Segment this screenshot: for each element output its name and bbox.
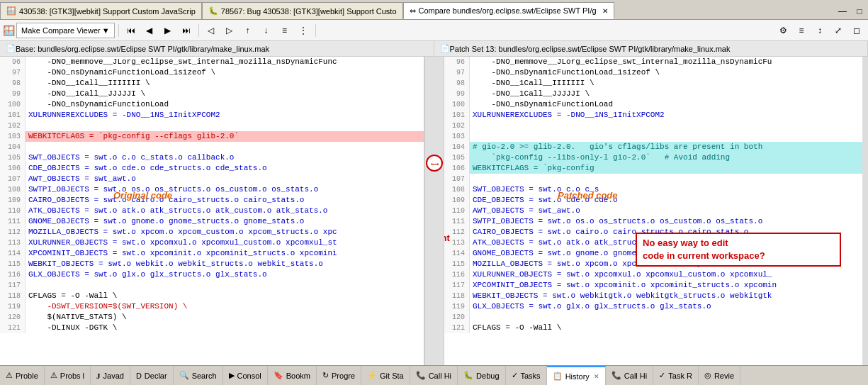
debug-icon: 🐛 (463, 371, 473, 380)
maximize-button[interactable]: □ (851, 4, 868, 19)
console-label: Consol (237, 372, 261, 380)
action-btn-6[interactable]: ⋮ (295, 23, 312, 38)
fullscreen-btn[interactable]: ⤢ (830, 23, 847, 38)
action-btn-1[interactable]: ◁ (203, 23, 220, 38)
table-row: 115MOZILLA_OBJECTS = swt.o xpcom.o xpcom… (444, 259, 868, 269)
left-code-view[interactable]: 96 -DNO_memmove__JLorg_eclipse_swt_inter… (0, 57, 424, 365)
bottom-tab-bar: ⚠ Proble ⚠ Probs l J Javad D Declar 🔍 Se… (0, 365, 868, 385)
bottom-tab-problems[interactable]: ⚠ Proble (0, 366, 45, 385)
table-row: 106WEBKITCFLAGS = `pkg-config (444, 163, 868, 174)
bookmarks-label: Bookm (286, 372, 310, 380)
bottom-tab-problems2[interactable]: ⚠ Probs l (45, 366, 91, 385)
bottom-tab-bookmarks[interactable]: 🔖 Bookm (268, 366, 317, 385)
tab-2[interactable]: 🐛 78567: Bug 430538: [GTK3][webkit] Supp… (202, 2, 403, 19)
debug-label: Debug (476, 372, 499, 380)
problems-icon: ⚠ (6, 371, 13, 380)
bottom-tab-tasks[interactable]: ✓ Tasks (506, 366, 547, 385)
table-row: 108SWTPI_OBJECTS = swt.o os.o os_structs… (0, 184, 424, 195)
table-row: 110ATK_OBJECTS = swt.o atk.o atk_structs… (0, 206, 424, 216)
nav-last-button[interactable]: ⏭ (178, 23, 195, 38)
table-row: 119 -DSWT_VERSION=$(SWT_VERSION) \ (0, 301, 424, 312)
gutter-marker: ⟷ (424, 142, 444, 184)
bottom-tab-javadoc[interactable]: J Javad (91, 366, 130, 385)
bottom-tab-task-repository[interactable]: ✓ Task R (653, 366, 699, 385)
history-icon: 📋 (553, 372, 563, 381)
tab3-close-icon[interactable]: ✕ (602, 7, 608, 15)
viewer-selector[interactable]: Make Compare Viewer ▼ (16, 23, 115, 38)
minimize-button[interactable]: — (834, 4, 851, 19)
bottom-tab-review[interactable]: ◎ Revie (699, 366, 740, 385)
bottom-tab-git-staging[interactable]: ⚡ Git Sta (361, 366, 410, 385)
table-row: 99 -DNO__1Call__JJJJJI \ (0, 89, 424, 99)
action-btn-4[interactable]: ↓ (258, 23, 275, 38)
top-tab-bar: 🪟 430538: [GTK3][webkit] Support Custom … (0, 0, 868, 20)
javadoc-label: Javad (103, 372, 124, 380)
table-row: 112CAIRO_OBJECTS = swt.o cairo.o cairo_s… (444, 227, 868, 238)
bottom-tab-history[interactable]: 📋 History ✕ (547, 366, 606, 385)
tasks-icon: ✓ (512, 371, 518, 380)
table-row: 96 -DNO_memmove__JLorg_eclipse_swt_inter… (0, 57, 424, 67)
nav-prev-button[interactable]: ◀ (141, 23, 158, 38)
table-row: 98 -DNO__1Call__IIIIIII \ (0, 78, 424, 89)
right-code-view[interactable]: 96 -DNO_memmove__JLorg_eclipse_swt_inter… (444, 57, 868, 365)
left-pane[interactable]: 96 -DNO_memmove__JLorg_eclipse_swt_inter… (0, 57, 424, 365)
call-hierarchy-icon: 📞 (416, 371, 426, 380)
nav-next-button[interactable]: ▶ (159, 23, 176, 38)
svg-text:⟷: ⟷ (431, 161, 439, 167)
table-row: 118CFLAGS = -O -Wall \ (0, 291, 424, 301)
bottom-tab-call-hierarchy[interactable]: 📞 Call Hi (410, 366, 458, 385)
right-scrollbar[interactable] (862, 57, 868, 365)
table-row: 99 -DNO__1Call__JJJJJI \ (444, 89, 868, 99)
view-btn[interactable]: ◻ (848, 23, 865, 38)
menu-btn[interactable]: ≡ (793, 23, 810, 38)
left-file-path: 📄 Base: bundles/org.eclipse.swt/Eclipse … (0, 41, 434, 56)
nav-first-button[interactable]: ⏮ (123, 23, 140, 38)
table-row: 112MOZILLA_OBJECTS = swt.o xpcom.o xpcom… (0, 227, 424, 238)
tab-3[interactable]: ⇔ Compare bundles/org.eclipse.swt/Eclips… (403, 2, 614, 19)
history-close-icon[interactable]: ✕ (594, 373, 599, 380)
console-icon: ▶ (229, 371, 235, 380)
table-row: 121 -DLINUX -DGTK \ (0, 323, 424, 333)
bottom-tab-declaration[interactable]: D Declar (130, 366, 174, 385)
tab2-label: 78567: Bug 430538: [GTK3][webkit] Suppor… (221, 7, 397, 16)
tab2-icon: 🐛 (208, 6, 218, 16)
problems2-label: Probs l (60, 372, 84, 380)
expand-btn[interactable]: ↕ (811, 23, 828, 38)
problems2-icon: ⚠ (50, 371, 57, 380)
table-row: 107AWT_OBJECTS = swt_awt.o (0, 174, 424, 184)
table-row: 113ATK_OBJECTS = swt.o atk.o atk_structs… (444, 238, 868, 248)
table-row: 110AWT_OBJECTS = swt_awt.o (444, 206, 868, 216)
table-row: 97 -DNO_nsDynamicFunctionLoad_1sizeof \ (0, 67, 424, 78)
search-icon: 🔍 (179, 371, 189, 380)
settings-btn[interactable]: ⚙ (774, 23, 791, 38)
bottom-tab-progress[interactable]: ↻ Progre (317, 366, 361, 385)
separator-1 (118, 24, 119, 37)
table-row: 119GLX_OBJECTS = swt.o glx.o glx_structs… (444, 301, 868, 312)
table-row: 96 -DNO_memmove__JLorg_eclipse_swt_inter… (444, 57, 868, 67)
action-btn-2[interactable]: ▷ (221, 23, 238, 38)
table-row: 103 (444, 131, 868, 142)
progress-icon: ↻ (322, 371, 329, 380)
progress-label: Progre (332, 372, 355, 380)
table-row: 100 -DNO_nsDynamicFunctionLoad (0, 99, 424, 110)
action-btn-3[interactable]: ↑ (239, 23, 257, 38)
bottom-tab-search[interactable]: 🔍 Search (174, 366, 223, 385)
table-row: 105SWT_OBJECTS = swt.o c.o c_stats.o cal… (0, 152, 424, 163)
call-hierarchy-label: Call Hi (429, 372, 451, 380)
table-row: 102 (444, 121, 868, 131)
right-pane[interactable]: 96 -DNO_memmove__JLorg_eclipse_swt_inter… (444, 57, 868, 365)
bottom-tab-console[interactable]: ▶ Consol (223, 366, 268, 385)
table-row: 104# gio-2.0 >= glib-2.0. gio's cflags/l… (444, 142, 868, 152)
action-btn-5[interactable]: ≡ (276, 23, 293, 38)
table-row: 104 (0, 142, 424, 152)
task-repository-label: Task R (668, 372, 692, 380)
bottom-tab-debug[interactable]: 🐛 Debug (458, 366, 505, 385)
table-row: 115WEBKIT_OBJECTS = swt.o webkit.o webki… (0, 259, 424, 269)
problems-label: Proble (16, 372, 38, 380)
bottom-tab-call-hierarchy2[interactable]: 📞 Call Hi (606, 366, 653, 385)
tab-1[interactable]: 🪟 430538: [GTK3][webkit] Support Custom … (0, 2, 202, 19)
separator-3 (315, 24, 316, 37)
search-label: Search (192, 372, 217, 380)
table-row: 98 -DNO__1Call__IIIIIII \ (444, 78, 868, 89)
table-row: 101XULRUNNEREXCLUDES = -DNO__1NS_1InitXP… (0, 110, 424, 121)
